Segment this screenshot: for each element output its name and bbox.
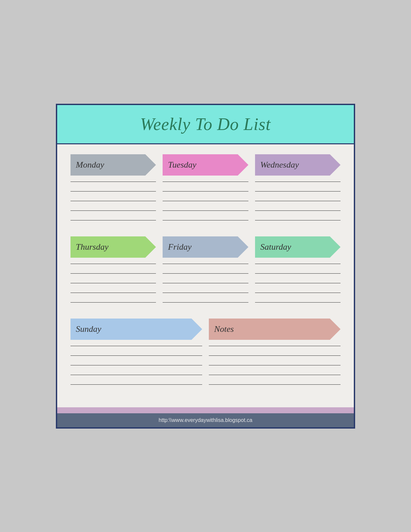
- line: [70, 201, 156, 201]
- tuesday-lines: [163, 182, 248, 230]
- notes-lines: [209, 346, 341, 394]
- line: [255, 264, 341, 264]
- tuesday-label: Tuesday: [163, 154, 248, 176]
- line: [209, 365, 341, 365]
- friday-label: Friday: [163, 236, 248, 258]
- wednesday-label: Wednesday: [255, 154, 341, 176]
- thursday-label: Thursday: [70, 236, 156, 258]
- thursday-arrow: [145, 236, 156, 258]
- thursday-text: Thursday: [70, 236, 145, 258]
- line: [163, 302, 248, 303]
- monday-arrow: [145, 154, 156, 176]
- line: [163, 182, 248, 182]
- notes-text: Notes: [209, 319, 330, 340]
- saturday-lines: [255, 264, 341, 312]
- tuesday-text: Tuesday: [163, 154, 237, 176]
- thursday-section: Thursday: [70, 236, 156, 312]
- wednesday-text: Wednesday: [255, 154, 330, 176]
- wednesday-lines: [255, 182, 341, 230]
- line: [70, 346, 202, 346]
- notes-label: Notes: [209, 319, 341, 340]
- row-1: Monday Tuesday: [70, 154, 341, 230]
- sunday-section: Sunday: [70, 319, 202, 394]
- header: Weekly To Do List: [57, 105, 354, 144]
- line: [70, 283, 156, 283]
- line: [70, 293, 156, 293]
- line: [255, 273, 341, 274]
- wednesday-arrow: [330, 154, 341, 176]
- line: [163, 201, 248, 201]
- saturday-text: Saturday: [255, 236, 330, 258]
- line: [255, 220, 341, 220]
- line: [163, 293, 248, 293]
- line: [255, 201, 341, 201]
- line: [70, 302, 156, 303]
- page: Weekly To Do List Monday Tu: [56, 104, 355, 429]
- sunday-text: Sunday: [70, 319, 192, 340]
- line: [163, 191, 248, 192]
- footer-pink-stripe: [57, 407, 354, 413]
- line: [255, 191, 341, 192]
- line: [209, 384, 341, 385]
- line: [255, 283, 341, 283]
- content: Monday Tuesday: [57, 144, 354, 404]
- line: [163, 220, 248, 220]
- sunday-label: Sunday: [70, 319, 202, 340]
- line: [70, 264, 156, 264]
- monday-lines: [70, 182, 156, 230]
- friday-section: Friday: [163, 236, 248, 312]
- friday-text: Friday: [163, 236, 237, 258]
- line: [255, 182, 341, 182]
- line: [163, 264, 248, 264]
- line: [209, 346, 341, 346]
- notes-section: Notes: [209, 319, 341, 394]
- footer-url: http:\\www.everydaywithlisa.blogspot.ca: [159, 417, 252, 423]
- line: [255, 302, 341, 303]
- sunday-arrow: [192, 319, 202, 340]
- notes-arrow: [330, 319, 341, 340]
- line: [209, 355, 341, 356]
- line: [163, 210, 248, 211]
- line: [70, 182, 156, 182]
- monday-label: Monday: [70, 154, 156, 176]
- monday-section: Monday: [70, 154, 156, 230]
- line: [163, 273, 248, 274]
- thursday-lines: [70, 264, 156, 312]
- line: [70, 355, 202, 356]
- line: [70, 220, 156, 220]
- row-2: Thursday Friday: [70, 236, 341, 312]
- row-3: Sunday Notes: [70, 319, 341, 394]
- sunday-lines: [70, 346, 202, 394]
- line: [70, 191, 156, 192]
- saturday-label: Saturday: [255, 236, 341, 258]
- line: [255, 210, 341, 211]
- friday-lines: [163, 264, 248, 312]
- footer-bar: http:\\www.everydaywithlisa.blogspot.ca: [57, 413, 354, 427]
- line: [70, 384, 202, 385]
- line: [163, 283, 248, 283]
- line: [70, 365, 202, 365]
- tuesday-arrow: [238, 154, 248, 176]
- page-title: Weekly To Do List: [64, 114, 347, 134]
- friday-arrow: [238, 236, 248, 258]
- line: [209, 375, 341, 375]
- monday-text: Monday: [70, 154, 145, 176]
- wednesday-section: Wednesday: [255, 154, 341, 230]
- line: [70, 210, 156, 211]
- saturday-arrow: [330, 236, 341, 258]
- line: [70, 273, 156, 274]
- line: [255, 293, 341, 293]
- line: [70, 375, 202, 375]
- saturday-section: Saturday: [255, 236, 341, 312]
- tuesday-section: Tuesday: [163, 154, 248, 230]
